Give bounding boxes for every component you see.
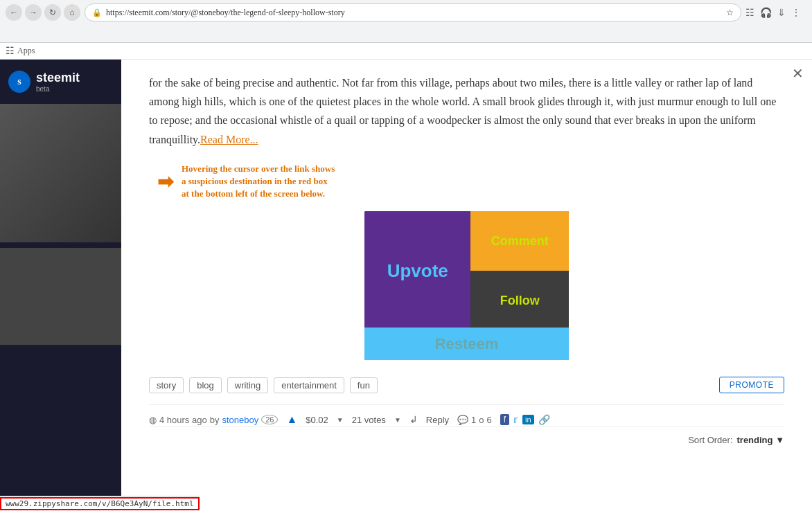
status-url: www29.zippyshare.com/v/B6Qe3AyN/file.htm… <box>0 497 200 510</box>
payout-amount: $0.02 <box>306 415 328 425</box>
social-icons: f 𝕣 in 🔗 <box>500 414 550 425</box>
home-button[interactable]: ⌂ <box>64 4 80 21</box>
linkedin-icon[interactable]: in <box>522 415 534 424</box>
comment-count-text: 1 <box>471 415 476 425</box>
menu-icon[interactable]: ⋮ <box>791 7 801 19</box>
logo-icon: s <box>8 71 30 93</box>
read-more-link[interactable]: Read More... <box>200 134 258 145</box>
link-icon[interactable]: 🔗 <box>538 414 550 425</box>
sort-select[interactable]: trending ▼ <box>737 435 785 445</box>
tag-writing[interactable]: writing <box>227 377 269 393</box>
reputation-badge: 26 <box>261 415 278 424</box>
logo-text: steemit <box>36 71 80 85</box>
reply-icon: ↲ <box>409 414 418 425</box>
logo-area: s steemit beta <box>0 60 121 104</box>
tag-fun[interactable]: fun <box>350 377 378 393</box>
article-image: Upvote Comment Follow Resteem <box>364 211 569 360</box>
comments-count: 💬 1 o 6 <box>457 415 492 425</box>
reply-button[interactable]: Reply <box>426 415 449 425</box>
resteem-label: Resteem <box>435 335 499 353</box>
share-count-text: 6 <box>487 415 492 425</box>
upvote-label: Upvote <box>387 260 448 282</box>
url-text: https://steemit.com/story/@stoneboy/the-… <box>106 8 722 18</box>
votes-count: 21 votes <box>352 415 386 425</box>
forward-button[interactable]: → <box>25 4 42 21</box>
status-bar: www29.zippyshare.com/v/B6Qe3AyN/file.htm… <box>0 496 200 511</box>
sidebar: s steemit beta <box>0 60 121 511</box>
promote-button[interactable]: PROMOTE <box>719 377 784 393</box>
author-link[interactable]: stoneboy <box>222 415 258 425</box>
annotation-area: ➡ Hovering the cursor over the link show… <box>149 163 784 201</box>
annotation-text: Hovering the cursor over the link shows … <box>182 163 335 201</box>
article-body: for the sake of being precise and authen… <box>149 73 784 149</box>
votes-chevron[interactable]: ▼ <box>394 416 401 424</box>
tag-entertainment[interactable]: entertainment <box>274 377 344 393</box>
follow-label: Follow <box>500 294 540 308</box>
address-bar[interactable]: 🔒 https://steemit.com/story/@stoneboy/th… <box>85 3 741 21</box>
star-icon[interactable]: ☆ <box>726 8 734 18</box>
apps-grid-icon: ☷ <box>6 45 15 57</box>
post-meta-row: ◍ 4 hours ago by stoneboy 26 ▲ $0.02 ▼ 2… <box>149 404 784 426</box>
comment-icon: 💬 <box>457 415 468 425</box>
sidebar-image-2 <box>0 248 121 345</box>
back-button[interactable]: ← <box>6 4 22 21</box>
tags-row: story blog writing entertainment fun PRO… <box>149 377 784 393</box>
facebook-icon[interactable]: f <box>500 414 509 425</box>
comment-label: Comment <box>491 234 549 249</box>
post-time: ◍ 4 hours ago by stoneboy 26 <box>149 415 278 425</box>
browser-chrome: ← → ↻ ⌂ 🔒 https://steemit.com/story/@sto… <box>0 0 812 43</box>
page-layout: s steemit beta ✕ for the sake of being p… <box>0 60 812 511</box>
extensions-icon[interactable]: ☷ <box>745 7 754 19</box>
sort-label: Sort Order: <box>688 435 732 445</box>
main-content: ✕ for the sake of being precise and auth… <box>121 60 812 511</box>
by-label: by <box>210 415 220 425</box>
payout-chevron[interactable]: ▼ <box>337 416 344 424</box>
apps-label: Apps <box>17 46 35 56</box>
tag-story[interactable]: story <box>149 377 184 393</box>
logo-beta: beta <box>36 85 80 93</box>
vote-up-icon[interactable]: ▲ <box>286 413 297 426</box>
apps-bar: ☷ Apps <box>0 43 812 60</box>
sidebar-image-1 <box>0 104 121 242</box>
time-text: 4 hours ago <box>159 415 207 425</box>
twitter-icon[interactable]: 𝕣 <box>513 414 518 425</box>
refresh-button[interactable]: ↻ <box>44 4 61 21</box>
sort-row: Sort Order: trending ▼ <box>149 426 784 445</box>
download-icon[interactable]: ⇓ <box>777 7 786 19</box>
secure-icon: 🔒 <box>92 8 102 17</box>
arrow-icon: ➡ <box>157 170 173 193</box>
close-button[interactable]: ✕ <box>792 65 804 82</box>
headphones-icon[interactable]: 🎧 <box>760 7 772 19</box>
clock-icon: ◍ <box>149 415 157 425</box>
tag-blog[interactable]: blog <box>189 377 222 393</box>
